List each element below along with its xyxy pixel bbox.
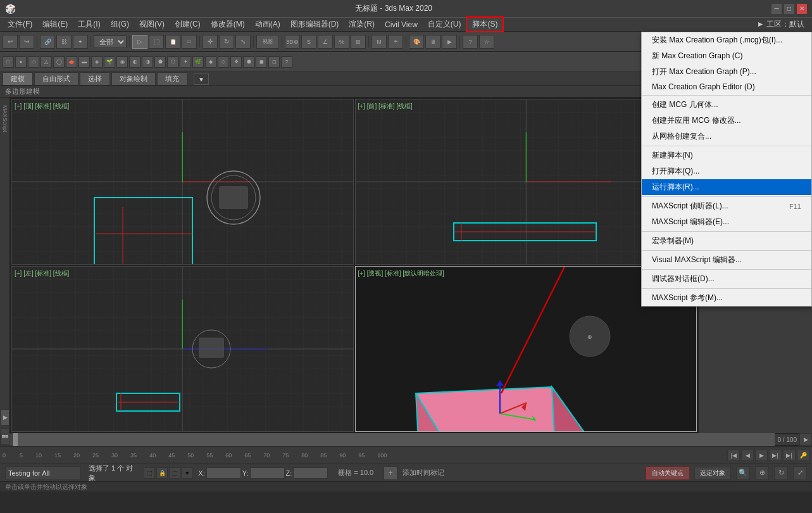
tab-select[interactable]: 选择 bbox=[80, 72, 110, 86]
dm-install-mcg[interactable]: 安装 Max Creation Graph (.mcg)包(I)... bbox=[642, 32, 811, 48]
menu-file[interactable]: 文件(F) bbox=[3, 18, 37, 31]
spinner-snap[interactable]: ⊞ bbox=[351, 35, 366, 49]
auto-key-button[interactable]: 自动关键点 bbox=[646, 467, 689, 479]
menu-workspace[interactable]: ► 工区：默认 bbox=[752, 18, 809, 31]
menu-customize[interactable]: 自定义(U) bbox=[423, 18, 466, 31]
prev-frame-button[interactable]: ◀ bbox=[741, 450, 754, 461]
menu-group[interactable]: 组(G) bbox=[106, 18, 134, 31]
x-coord-input[interactable] bbox=[206, 467, 241, 479]
z-coord-input[interactable] bbox=[293, 467, 328, 479]
cone-primitive[interactable]: △ bbox=[41, 56, 52, 68]
select-obj-button[interactable]: 选定对象 bbox=[694, 467, 731, 479]
extra-shape2[interactable]: 🌱 bbox=[104, 56, 115, 68]
menu-create[interactable]: 创建(C) bbox=[170, 18, 206, 31]
dm-new-mcg[interactable]: 新 Max Creation Graph (C) bbox=[642, 48, 811, 64]
status-icon-4[interactable]: ✦ bbox=[182, 467, 193, 479]
menu-tools[interactable]: 工具(I) bbox=[73, 18, 105, 31]
menu-civil[interactable]: Civil View bbox=[380, 19, 423, 30]
mirror-button[interactable]: M bbox=[372, 35, 387, 49]
snap-toggle[interactable]: S bbox=[301, 35, 316, 49]
extra-shape10[interactable]: ◆ bbox=[205, 56, 216, 68]
vp-nav-1[interactable]: 🔍 bbox=[736, 466, 750, 480]
menu-modifier[interactable]: 修改器(M) bbox=[206, 18, 250, 31]
dm-debugger[interactable]: 调试器对话框(D)... bbox=[642, 271, 811, 287]
move-button[interactable]: ✛ bbox=[203, 35, 218, 49]
dm-editor[interactable]: MAXScript 编辑器(E)... bbox=[642, 214, 811, 230]
coord-system[interactable]: 视图 bbox=[256, 35, 279, 49]
viewport-layout-button[interactable] bbox=[1, 428, 9, 445]
dm-create-compound[interactable]: 从网格创建复合... bbox=[642, 129, 811, 144]
dm-create-mcg-geo[interactable]: 创建 MCG 几何体... bbox=[642, 97, 811, 113]
minimize-button[interactable]: ─ bbox=[771, 4, 782, 14]
vp-nav-3[interactable]: ↻ bbox=[774, 466, 788, 480]
extra-shape14[interactable]: ◼ bbox=[256, 56, 267, 68]
redo-button[interactable]: ↪ bbox=[19, 35, 34, 49]
timeline-right-arrow[interactable]: ▶ bbox=[799, 433, 812, 446]
extra-shape15[interactable]: ◻ bbox=[268, 56, 280, 68]
status-lock-btn[interactable]: 🔒 bbox=[156, 467, 168, 479]
extra-shape3[interactable]: ◉ bbox=[116, 56, 128, 68]
render-setup[interactable]: 🖥 bbox=[425, 35, 440, 49]
teapot-primitive[interactable]: 🫖 bbox=[66, 56, 77, 68]
menu-graph-editor[interactable]: 图形编辑器(D) bbox=[285, 18, 344, 31]
select-button[interactable]: ▷ bbox=[132, 35, 147, 49]
material-editor[interactable]: 🎨 bbox=[409, 35, 424, 49]
viewport-left[interactable]: [+] [左] [标准] [线框] bbox=[11, 266, 354, 432]
add-keyframe-button[interactable]: + bbox=[384, 466, 397, 480]
status-icon-1[interactable]: ⬚ bbox=[144, 467, 155, 479]
link-button[interactable]: 🔗 bbox=[40, 35, 55, 49]
menu-animation[interactable]: 动画(A) bbox=[250, 18, 285, 31]
y-coord-input[interactable] bbox=[250, 467, 285, 479]
menu-edit[interactable]: 编辑(E) bbox=[37, 18, 73, 31]
scale-button[interactable]: ⤡ bbox=[235, 35, 251, 49]
angle-snap[interactable]: ∠ bbox=[318, 35, 333, 49]
extra-shape1[interactable]: ◈ bbox=[91, 56, 103, 68]
help-button[interactable]: ? bbox=[463, 35, 478, 49]
cylinder-primitive[interactable]: ⬭ bbox=[28, 56, 39, 68]
viewport-top[interactable]: [+] [顶] [标准] [线框] bbox=[11, 99, 354, 265]
close-button[interactable]: ✕ bbox=[797, 4, 807, 14]
selection-filter-dropdown[interactable]: 全部 bbox=[94, 35, 127, 48]
extra-shape7[interactable]: ⬡ bbox=[167, 56, 178, 68]
extra-shape13[interactable]: ⬣ bbox=[243, 56, 254, 68]
dm-open-mcg[interactable]: 打开 Max Creation Graph (P)... bbox=[642, 64, 811, 80]
dm-run-script[interactable]: 运行脚本(R)... bbox=[642, 179, 811, 195]
maximize-button[interactable]: □ bbox=[784, 4, 794, 14]
extra-shape8[interactable]: ✦ bbox=[180, 56, 191, 68]
play-anim-button[interactable]: ▶ bbox=[1, 409, 9, 426]
select-region-button[interactable]: ⬚ bbox=[149, 35, 164, 49]
render-button[interactable]: ▶ bbox=[442, 35, 457, 49]
extra-shape12[interactable]: ❖ bbox=[230, 56, 242, 68]
extra-shape16[interactable]: ? bbox=[281, 56, 292, 68]
bind-button[interactable]: ✦ bbox=[73, 35, 88, 49]
undo-button[interactable]: ↩ bbox=[3, 35, 18, 49]
vp-nav-2[interactable]: ⊕ bbox=[755, 466, 769, 480]
timeline-thumb[interactable] bbox=[13, 433, 18, 446]
key-mode-toggle[interactable]: 🔑 bbox=[797, 450, 809, 461]
extra-shape5[interactable]: ◑ bbox=[142, 56, 153, 68]
extra-shape4[interactable]: ◐ bbox=[129, 56, 141, 68]
next-frame-button[interactable]: ▶| bbox=[769, 450, 782, 461]
paint-deform-dropdown[interactable]: ▼ bbox=[194, 73, 209, 85]
tab-object-paint[interactable]: 对象绘制 bbox=[111, 72, 156, 86]
dm-listener[interactable]: MAXScript 侦听器(L)... F11 bbox=[642, 198, 811, 214]
vp-nav-4[interactable]: ⤢ bbox=[793, 466, 807, 480]
dm-macro-recorder[interactable]: 宏录制器(M) bbox=[642, 233, 811, 249]
timeline-bar[interactable] bbox=[13, 433, 775, 446]
plane-primitive[interactable]: ▬ bbox=[78, 56, 90, 68]
box-primitive[interactable]: □ bbox=[3, 56, 14, 68]
tab-populate[interactable]: 填充 bbox=[157, 72, 187, 86]
go-end-button[interactable]: ▶| bbox=[783, 450, 796, 461]
dm-maxscript-ref[interactable]: MAXScript 参考(M)... bbox=[642, 290, 811, 306]
extra-shape6[interactable]: ⬟ bbox=[154, 56, 166, 68]
go-start-button[interactable]: |◀ bbox=[727, 450, 740, 461]
status-icon-3[interactable]: ⬚ bbox=[169, 467, 180, 479]
unlink-button[interactable]: ⛓ bbox=[56, 35, 72, 49]
menu-render[interactable]: 渲染(R) bbox=[344, 18, 380, 31]
menu-script[interactable]: 脚本(S) bbox=[466, 16, 504, 32]
dm-mcg-editor[interactable]: Max Creation Graph Editor (D) bbox=[642, 80, 811, 94]
rectangular-select[interactable]: ▭ bbox=[182, 35, 197, 49]
dm-open-script[interactable]: 打开脚本(Q)... bbox=[642, 163, 811, 179]
play-button[interactable]: ▶ bbox=[755, 450, 768, 461]
percent-snap[interactable]: % bbox=[334, 35, 349, 49]
